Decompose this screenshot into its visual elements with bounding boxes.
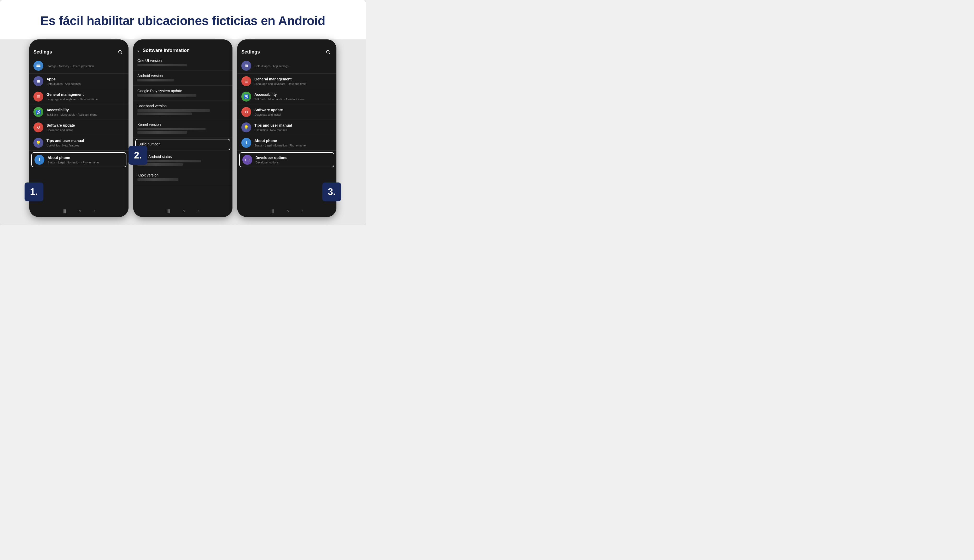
- phone1-status-bar: [29, 39, 128, 46]
- about-phone-item[interactable]: ℹ About phone Status · Legal information…: [31, 152, 127, 167]
- nav-back-icon[interactable]: ‹: [197, 209, 199, 213]
- nav-home-icon[interactable]: ○: [183, 209, 185, 213]
- phone1-screen: Settings: [29, 39, 128, 217]
- list-item[interactable]: 💡 Tips and user manual Useful tips · New…: [29, 135, 128, 151]
- software-icon: ↺: [33, 122, 43, 132]
- blurred-value: [137, 79, 174, 82]
- search-icon[interactable]: [324, 48, 332, 56]
- about-icon: ℹ: [35, 155, 44, 165]
- list-item[interactable]: ⊞ Apps Default apps · App settings: [29, 73, 128, 89]
- list-item[interactable]: ♿ Accessibility TalkBack · Mono audio · …: [237, 89, 337, 105]
- nav-home-icon[interactable]: ○: [78, 209, 81, 213]
- phone3-top-bar: Settings: [237, 46, 337, 58]
- phone2-top-bar: ‹ Software information: [133, 46, 232, 55]
- about-item-text: About phone Status · Legal information ·…: [254, 138, 332, 147]
- list-item[interactable]: ☰ General management Language and keyboa…: [29, 89, 128, 105]
- phone3-container: 3. Settings ⊞: [237, 39, 337, 217]
- list-item[interactable]: ♿ Accessibility TalkBack · Mono audio · …: [29, 105, 128, 120]
- about-item-text: About phone Status · Legal information ·…: [48, 155, 123, 164]
- accessibility-icon: ♿: [241, 92, 251, 102]
- svg-line-1: [121, 53, 122, 54]
- svg-rect-2: [37, 65, 40, 66]
- svg-point-4: [327, 50, 329, 53]
- blurred-value: [137, 64, 187, 66]
- developer-item-text: Developer options Developer options: [255, 155, 331, 164]
- list-item[interactable]: SE for Android status: [133, 152, 232, 170]
- tips-icon: 💡: [241, 122, 251, 132]
- blurred-value: [137, 131, 187, 134]
- phone3-screen: Settings ⊞ Default apps · App settings: [237, 39, 337, 217]
- phone2-container: 2. ‹ Software information One UI version: [133, 39, 232, 217]
- list-item[interactable]: Baseband version: [133, 101, 232, 119]
- nav-recent-icon[interactable]: |||: [167, 209, 170, 213]
- nav-back-icon[interactable]: ‹: [93, 209, 95, 213]
- accessibility-item-text: Accessibility TalkBack · Mono audio · As…: [254, 92, 332, 101]
- developer-options-item[interactable]: { } Developer options Developer options: [239, 152, 334, 167]
- phone1-nav-bar: ||| ○ ‹: [29, 205, 128, 217]
- list-item[interactable]: Android version: [133, 70, 232, 86]
- tips-item-text: Tips and user manual Useful tips · New f…: [47, 138, 124, 147]
- tips-item-text: Tips and user manual Useful tips · New f…: [254, 123, 332, 132]
- general-item-text: General management Language and keyboard…: [254, 77, 332, 86]
- phone3-title: Settings: [241, 49, 260, 55]
- list-item[interactable]: ℹ About phone Status · Legal information…: [237, 135, 337, 151]
- phone2-screen: ‹ Software information One UI version An…: [133, 39, 232, 217]
- page-title: Es fácil habilitar ubicaciones ficticias…: [10, 6, 355, 34]
- accessibility-item-text: Accessibility TalkBack · Mono audio · As…: [47, 108, 124, 117]
- phones-row: 1. Settings: [0, 39, 366, 225]
- phone2-status-bar: [133, 39, 232, 46]
- phone2-info-list: One UI version Android version Google Pl…: [133, 55, 232, 205]
- svg-rect-3: [37, 66, 40, 67]
- apps-item-text: Default apps · App settings: [254, 64, 332, 68]
- phone2-title: Software information: [143, 48, 190, 53]
- phone1-title: Settings: [33, 49, 52, 55]
- general-icon: ☰: [33, 92, 43, 102]
- phone3-nav-bar: ||| ○ ‹: [237, 205, 337, 217]
- apps-icon: ⊞: [33, 76, 43, 86]
- blurred-value: [137, 94, 197, 97]
- phone2-nav-bar: ||| ○ ‹: [133, 205, 232, 217]
- storage-item-text: Storage · Memory · Device protection: [47, 64, 124, 68]
- search-icon[interactable]: [116, 48, 124, 56]
- software-icon: ↺: [241, 107, 251, 117]
- nav-home-icon[interactable]: ○: [287, 209, 289, 213]
- step-badge-2: 2.: [128, 146, 147, 165]
- list-item[interactable]: Storage · Memory · Device protection: [29, 58, 128, 73]
- software-item-text: Software update Download and install: [47, 123, 124, 132]
- apps-icon: ⊞: [241, 61, 251, 71]
- build-number-item[interactable]: Build number: [135, 139, 230, 150]
- phone3-settings-list: ⊞ Default apps · App settings ☰ General …: [237, 58, 337, 205]
- list-item[interactable]: ⊞ Default apps · App settings: [237, 58, 337, 73]
- list-item[interactable]: ↺ Software update Download and install: [237, 105, 337, 120]
- phone1-settings-list: Storage · Memory · Device protection ⊞ A…: [29, 58, 128, 205]
- list-item[interactable]: ↺ Software update Download and install: [29, 120, 128, 135]
- blurred-value: [137, 178, 178, 181]
- tips-icon: 💡: [33, 138, 43, 148]
- step-badge-1: 1.: [25, 182, 43, 201]
- apps-item-text: Apps Default apps · App settings: [47, 77, 124, 86]
- phone1-top-bar: Settings: [29, 46, 128, 58]
- page-wrapper: Es fácil habilitar ubicaciones ficticias…: [0, 0, 366, 225]
- nav-back-icon[interactable]: ‹: [302, 209, 303, 213]
- blurred-value: [137, 128, 205, 130]
- nav-recent-icon[interactable]: |||: [270, 209, 274, 213]
- list-item[interactable]: Knox version: [133, 170, 232, 185]
- about-icon: ℹ: [241, 138, 251, 148]
- general-icon: ☰: [241, 76, 251, 86]
- back-arrow-icon[interactable]: ‹: [137, 48, 139, 53]
- list-item[interactable]: Kernel version: [133, 119, 232, 138]
- nav-recent-icon[interactable]: |||: [63, 209, 66, 213]
- step-badge-3: 3.: [322, 182, 341, 201]
- phone1-container: 1. Settings: [29, 39, 128, 217]
- storage-icon: [33, 61, 43, 71]
- accessibility-icon: ♿: [33, 107, 43, 117]
- software-item-text: Software update Download and install: [254, 108, 332, 117]
- list-item[interactable]: One UI version: [133, 55, 232, 70]
- list-item[interactable]: ☰ General management Language and keyboa…: [237, 73, 337, 89]
- list-item[interactable]: Google Play system update: [133, 86, 232, 101]
- svg-point-0: [118, 50, 122, 53]
- list-item[interactable]: 💡 Tips and user manual Useful tips · New…: [237, 120, 337, 135]
- developer-icon: { }: [242, 155, 252, 165]
- blurred-value: [137, 113, 192, 115]
- svg-line-5: [329, 53, 330, 54]
